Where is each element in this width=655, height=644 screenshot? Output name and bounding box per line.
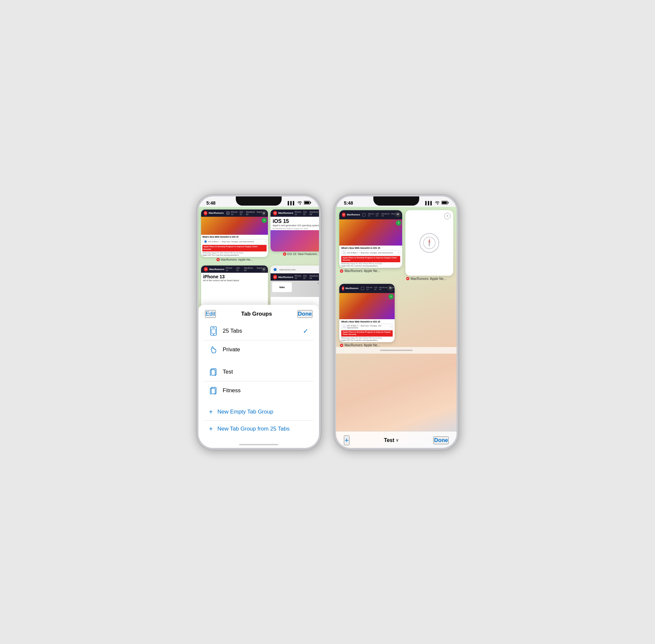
- tab1-news-row: 🔵 iOS 15 Beta 7 — Bug Fixes, Changes, an…: [202, 239, 267, 244]
- phone1-background: ✕ M MacRumors iPhone 13iOS 15MacBook Air…: [199, 207, 319, 448]
- test-item[interactable]: Test: [204, 363, 314, 382]
- plus-icon-from-tabs: +: [209, 425, 213, 433]
- tab1-label: M MacRumors: Apple Ne...: [201, 257, 268, 262]
- sheet-header: Edit Tab Groups Done: [199, 305, 319, 322]
- sheet-section-new: + New Empty Tab Group + New Tab Group fr…: [204, 404, 314, 437]
- tab-a-content: What's New With HomeKit in iOS 15 iOS 15…: [339, 246, 402, 268]
- svg-rect-1: [311, 202, 311, 203]
- tab-a-header: M MacRumors iPhone 13iOS 15MacBook AirMa…: [339, 210, 402, 220]
- tab2-label: M iOS 15: New Features!...: [271, 251, 319, 257]
- tab1-section-title: What's New With HomeKit in iOS 15: [202, 236, 267, 238]
- plus-icon-empty: +: [209, 408, 213, 416]
- tab1-header: M MacRumors iPhone 13iOS 15MacBook AirMa…: [201, 210, 268, 217]
- home-bar-2: [380, 350, 413, 351]
- tab-c-hero: ✕: [339, 293, 394, 319]
- mini-tab-4[interactable]: ✕ 🔵 macrumors.com M MacRumors iPhone 13i…: [271, 266, 319, 308]
- mr-logo-4: M: [273, 275, 277, 279]
- mr-fav-c: M: [340, 344, 343, 347]
- done-button[interactable]: Done: [297, 310, 313, 318]
- close-tab-b[interactable]: ✕: [444, 213, 451, 220]
- tab-c-badge: ✕: [388, 294, 394, 299]
- background-tab-4[interactable]: ✕ 🔵 macrumors.com M MacRumors iPhone 13i…: [271, 266, 319, 309]
- background-tab-2[interactable]: ✕ M MacRumors iPhone 13iOS 15MacBook Air…: [271, 210, 319, 263]
- tab-a-subtitle: What's New With HomeKit in iOS 15: [341, 247, 400, 250]
- mini-tab-2[interactable]: ✕ M MacRumors iPhone 13iOS 15MacBook Air…: [271, 210, 319, 251]
- svg-rect-22: [361, 287, 364, 290]
- new-empty-tab-item[interactable]: + New Empty Tab Group: [204, 404, 314, 421]
- svg-point-10: [213, 334, 214, 335]
- hand-icon: [209, 345, 218, 354]
- mr-title-4: MacRumors: [278, 276, 293, 279]
- add-tab-button[interactable]: +: [344, 435, 349, 445]
- background-tab-1[interactable]: ✕ M MacRumors iPhone 13iOS 15MacBook Air…: [201, 210, 268, 263]
- tab1-hero-img: ✕: [201, 217, 268, 235]
- mr-logo-1: M: [204, 211, 207, 215]
- svg-rect-18: [442, 201, 447, 204]
- time-1: 5:48: [206, 200, 216, 206]
- tab-a-label: M MacRumors: Apple Ne...: [339, 268, 402, 273]
- tab-card-a[interactable]: ✕ M MacRumors iPhone 13iOS 15MacBook Air…: [339, 210, 402, 268]
- tab-b-label: M MacRumors: Apple Ne...: [405, 276, 453, 281]
- tab1-date: Wednesday August 25, 2021 3:53 pm PDT by…: [202, 251, 267, 254]
- tab-card-c[interactable]: ✕ M MacRumors iPhone 13iOS 15MacBook Air…: [339, 284, 394, 342]
- time-2: 5:48: [344, 200, 353, 206]
- mr-title-2: MacRumors: [278, 211, 293, 214]
- mr-fav-a: M: [340, 270, 343, 273]
- private-item[interactable]: Private: [204, 341, 314, 359]
- tab4-header2: M MacRumors iPhone 13iOS 15MacBook AirMa…: [271, 273, 319, 281]
- tab2-device: [317, 231, 319, 249]
- close-tab-1[interactable]: ✕: [261, 211, 267, 216]
- home-indicator-1: [199, 441, 319, 448]
- tab-c-news: iOS 15 Beta 7 — Bug Fixes, Changes, and …: [341, 324, 393, 330]
- chevron-down-icon: ∨: [396, 438, 399, 443]
- tab2-nav: iPhone 13iOS 15MacBook AirMacbook: [295, 211, 319, 215]
- mr-name-a: MacRumors: [347, 213, 360, 216]
- phone2-done-button[interactable]: Done: [433, 436, 449, 444]
- status-icons-1: ▌▌▌: [288, 201, 311, 205]
- tabs-25-item[interactable]: 25 Tabs ✓: [204, 322, 314, 341]
- tabs-icon-fitness: [209, 386, 218, 395]
- tab2-content: iOS 15 Apple's next-generation iOS opera…: [271, 217, 319, 230]
- tab-c-excerpt: Apple CEO Tim Cook this morning attended…: [341, 339, 393, 341]
- tab-c-subtitle: What's New With HomeKit in iOS 15: [341, 320, 393, 323]
- mr-fav-b: M: [406, 277, 409, 280]
- tab-a-headline: Apple Plans to Develop Program to Improv…: [341, 256, 400, 262]
- close-tab-c[interactable]: ✕: [387, 285, 393, 291]
- new-from-tabs-label: New Tab Group from 25 Tabs: [218, 426, 309, 432]
- mini-tab-1[interactable]: ✕ M MacRumors iPhone 13iOS 15MacBook Air…: [201, 210, 268, 257]
- tab2-hero-img: [271, 230, 319, 251]
- tab-grid-background: ✕ M MacRumors iPhone 13iOS 15MacBook Air…: [199, 207, 319, 312]
- tab-card-a-wrapper: ✕ M MacRumors iPhone 13iOS 15MacBook Air…: [339, 210, 402, 281]
- tab-c-date: Wednesday August 25, 2021 3:53 pm PDT by…: [341, 337, 393, 339]
- signal-icon: ▌▌▌: [288, 201, 295, 205]
- tab3-iphone13-title: iPhone 13: [203, 274, 266, 279]
- tab-c-headline: Apple Plans to Develop Program to Improv…: [341, 330, 393, 337]
- new-from-tabs-item[interactable]: + New Tab Group from 25 Tabs: [204, 421, 314, 437]
- phone-icon: [209, 326, 218, 336]
- background-tab-3[interactable]: ✕ M MacRumors iPhone 13iOS 15MacBook Air…: [201, 266, 268, 309]
- checkmark-icon: ✓: [303, 327, 309, 335]
- mr-fav-1: M: [217, 258, 220, 261]
- svg-point-21: [429, 242, 430, 244]
- new-empty-label: New Empty Tab Group: [218, 409, 309, 415]
- close-tab-a[interactable]: ✕: [395, 211, 401, 217]
- mr-logo-3: M: [204, 267, 208, 271]
- home-indicator-2: [336, 347, 456, 353]
- edit-button[interactable]: Edit: [205, 310, 216, 318]
- mr-logo-2: M: [273, 211, 277, 215]
- mr-name-c: MacRumors: [345, 287, 359, 290]
- tab-card-c-wrapper: ✕ M MacRumors iPhone 13iOS 15MacBook Air…: [339, 284, 394, 347]
- compass-area: [405, 210, 453, 276]
- svg-rect-19: [363, 213, 365, 216]
- fitness-item[interactable]: Fitness: [204, 382, 314, 400]
- tab-a-hero: ✕: [339, 220, 402, 246]
- wifi-icon-2: [435, 201, 440, 205]
- group-title-button[interactable]: Test ∨: [384, 437, 399, 443]
- tab3-nav: iPhone 13iOS 15MacBook AirMacbook: [226, 267, 266, 271]
- tab2-header: M MacRumors iPhone 13iOS 15MacBook AirMa…: [271, 210, 319, 217]
- notch-2: [374, 197, 419, 206]
- mini-tab-3[interactable]: ✕ M MacRumors iPhone 13iOS 15MacBook Air…: [201, 266, 268, 308]
- tab-card-b[interactable]: ✕: [405, 210, 453, 276]
- tab1-body: Apple CEO Tim Cook this morning attended…: [202, 254, 267, 256]
- tab4-nav: iPhone 13iOS 15MacBook AirMacbook: [295, 275, 319, 279]
